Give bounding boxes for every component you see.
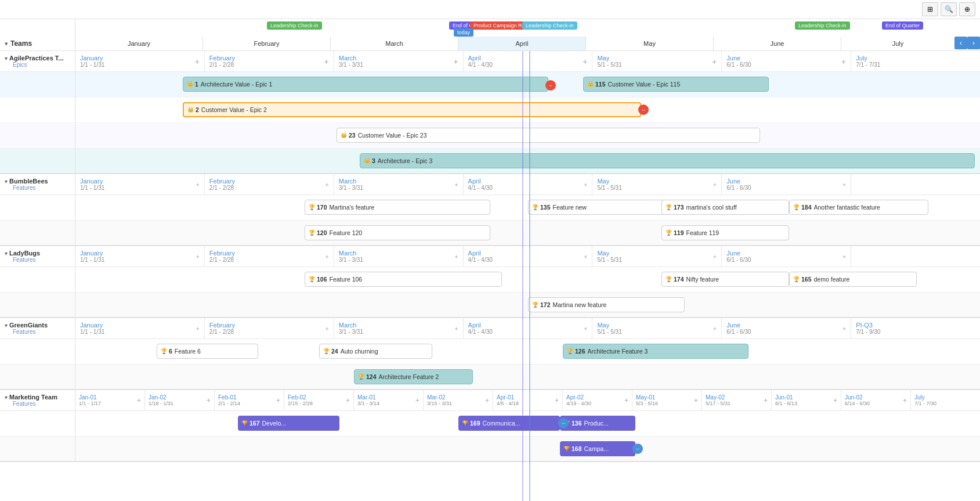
ag-jun-add[interactable]: +: [841, 57, 846, 66]
mkt-jan02: Jan-02: [149, 394, 173, 401]
grid-view-button[interactable]: ⊞: [922, 2, 938, 16]
epic-bar-1[interactable]: 👑 1 Architecture Value - Epic 1: [183, 77, 548, 92]
ag-jan-add[interactable]: +: [195, 57, 200, 66]
lb-may-add[interactable]: +: [713, 253, 717, 260]
f120-name: Feature 120: [330, 229, 363, 236]
epic-bar-2[interactable]: 👑 2 Customer Value - Epic 2: [183, 102, 641, 117]
bb-row-2-sidebar: [0, 221, 75, 245]
f167-id: 167: [249, 420, 260, 427]
lb-mar-add[interactable]: +: [454, 253, 458, 260]
f169-icon: 🏆: [462, 420, 468, 426]
lb-jan-add[interactable]: +: [196, 253, 199, 260]
mkt-feb02-add[interactable]: +: [346, 397, 350, 405]
feature-bar-168[interactable]: 🏆 168 Campa...: [560, 441, 635, 456]
mkt-jan01-add[interactable]: +: [137, 397, 141, 405]
f6-id: 6: [169, 348, 172, 355]
connect-icon-168[interactable]: ↔: [632, 444, 643, 454]
bb-feb-add[interactable]: +: [325, 181, 328, 188]
feature-bar-170[interactable]: 🏆 170 Martina's feature: [305, 200, 490, 215]
team-greengiants-header: ▾ GreenGiants Features January1/1 - 1/31…: [0, 318, 980, 339]
epic-bar-115[interactable]: 👑 115 Customer Value - Epic 115: [583, 77, 769, 92]
zoom-out-button[interactable]: 🔍: [941, 2, 957, 16]
gg-mar-add[interactable]: +: [454, 325, 458, 332]
connect-icon-epic-2[interactable]: ↔: [638, 104, 649, 115]
mkt-jun01-add[interactable]: +: [833, 397, 837, 405]
feature-bar-126[interactable]: 🏆 126 Architecture Feature 3: [563, 344, 748, 359]
gg-jun-add[interactable]: +: [842, 325, 846, 332]
mkt-may02-add[interactable]: +: [764, 397, 768, 405]
ag-feb-add[interactable]: +: [324, 57, 329, 66]
bb-jun-name: June: [726, 178, 751, 185]
feature-bar-119[interactable]: 🏆 119 Feature 119: [661, 225, 789, 240]
chevron-greengiants[interactable]: ▾: [5, 322, 8, 329]
bb-jan-add[interactable]: +: [196, 181, 199, 188]
lb-jun-add[interactable]: +: [842, 253, 846, 260]
mkt-may01-add[interactable]: +: [694, 397, 698, 405]
team-ladybugs-name: LadyBugs: [9, 250, 40, 257]
gg-apr: April: [468, 322, 493, 329]
team-agilepractices-label: ▾ AgilePractices T... Epics: [0, 51, 75, 71]
feature-bar-24[interactable]: 🏆 24 Auto churning: [319, 344, 432, 359]
chevron-marketing[interactable]: ▾: [5, 394, 8, 401]
mkt-jun02-add[interactable]: +: [903, 397, 907, 405]
gg-apr-add[interactable]: +: [584, 325, 587, 332]
zoom-in-button[interactable]: ⊕: [959, 2, 975, 16]
bb-mar-add[interactable]: +: [454, 181, 458, 188]
mkt-jun01: Jun-01: [775, 394, 797, 401]
ag-apr-add[interactable]: +: [583, 57, 587, 66]
chevron-agilepractices[interactable]: ▾: [5, 55, 8, 62]
feature-bar-173[interactable]: 🏆 173 martina's cool stuff: [661, 200, 789, 215]
mkt-feb01-add[interactable]: +: [276, 397, 280, 405]
epic-bar-3[interactable]: 👑 3 Architecture - Epic 3: [360, 153, 975, 168]
ag-row-1-content: 👑 1 Architecture Value - Epic 1 ↔ 👑 115 …: [75, 72, 980, 97]
ag-may-add[interactable]: +: [712, 57, 717, 66]
milestone-timeline: Leadership Check-in End of Quarter Produ…: [75, 19, 980, 37]
chevron-ladybugs[interactable]: ▾: [5, 250, 8, 257]
mkt-mar01-add[interactable]: +: [415, 397, 420, 405]
feature-bar-169[interactable]: 🏆 169 Communica...: [458, 416, 560, 431]
timeline-scroll-area[interactable]: Leadership Check-in End of Quarter Produ…: [0, 19, 980, 501]
connect-icon-epic-1[interactable]: ↔: [545, 80, 556, 91]
f169-id: 169: [470, 420, 480, 427]
gg-may-add[interactable]: +: [713, 325, 717, 332]
f174-icon: 🏆: [666, 276, 672, 282]
ag-row-2-content: 👑 2 Customer Value - Epic 2 ↔: [75, 98, 980, 122]
chevron-bumblebees[interactable]: ▾: [5, 178, 8, 185]
chevron-teams[interactable]: ▾: [5, 40, 8, 48]
feature-bar-165[interactable]: 🏆 165 demo feature: [789, 272, 917, 287]
feature-bar-6[interactable]: 🏆 6 Feature 6: [157, 344, 258, 359]
bb-may-add[interactable]: +: [713, 181, 717, 188]
gg-jan: January: [80, 322, 104, 329]
mkt-jan02-add[interactable]: +: [207, 397, 211, 405]
mkt-mar02-add[interactable]: +: [485, 397, 489, 405]
feature-bar-174[interactable]: 🏆 174 Nifty feature: [661, 272, 789, 287]
team-bumblebees-name: BumbleBees: [9, 178, 48, 185]
feature-bar-167[interactable]: 🏆 167 Develo...: [238, 416, 339, 431]
gg-feb-add[interactable]: +: [325, 325, 328, 332]
ag-row-4-content: 👑 3 Architecture - Epic 3: [75, 149, 980, 173]
feature-bar-184[interactable]: 🏆 184 Another fantastic feature: [789, 200, 928, 215]
epic-1-name: Architecture Value - Epic 1: [201, 81, 273, 88]
ag-jan-name: January: [80, 55, 104, 62]
lb-apr-add[interactable]: +: [584, 253, 587, 260]
milestone-label-leadership-right: Leadership Check-in: [795, 21, 850, 30]
mkt-apr02-add[interactable]: +: [624, 397, 628, 405]
ag-mar-add[interactable]: +: [453, 57, 458, 66]
lb-feb-add[interactable]: +: [325, 253, 328, 260]
feature-bar-124[interactable]: 🏆 124 Architecture Feature 2: [354, 369, 473, 384]
nav-right-button[interactable]: ›: [967, 37, 980, 49]
bb-jun-add[interactable]: +: [842, 181, 846, 188]
mkt-apr01-add[interactable]: +: [555, 397, 559, 405]
feature-bar-135[interactable]: 🏆 135 Feature new: [528, 200, 667, 215]
feature-bar-136[interactable]: 🏆 136 Produc...: [560, 416, 635, 431]
bb-apr-add[interactable]: +: [584, 181, 587, 188]
month-headers: January February March April May: [75, 37, 954, 51]
f173-icon: 🏆: [666, 204, 672, 210]
nav-left-button[interactable]: ‹: [954, 37, 967, 49]
epic-bar-23[interactable]: 👑 23 Customer Value - Epic 23: [337, 128, 760, 143]
feature-bar-120[interactable]: 🏆 120 Feature 120: [305, 225, 490, 240]
connect-icon-169[interactable]: ↔: [558, 418, 569, 428]
feature-bar-106[interactable]: 🏆 106 Feature 106: [305, 272, 502, 287]
feature-bar-172[interactable]: 🏆 172 Martina new feature: [528, 297, 685, 312]
gg-jan-add[interactable]: +: [196, 325, 199, 332]
